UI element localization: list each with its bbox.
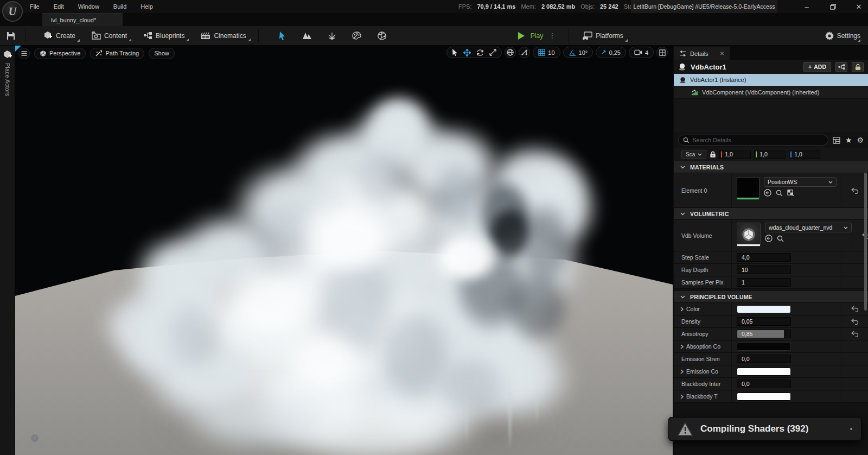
color-swatch[interactable] (737, 305, 791, 313)
search-details-input[interactable] (692, 137, 824, 143)
use-selected-asset-icon[interactable] (764, 189, 771, 197)
material-thumbnail[interactable] (737, 177, 760, 200)
scale-x-field[interactable]: 1,0 (719, 150, 751, 159)
play-icon[interactable] (517, 31, 525, 40)
component-row-actor[interactable]: VdbActor1 (Instance) (674, 74, 868, 86)
world-local-toggle[interactable] (505, 47, 516, 58)
step-scale-field[interactable]: 4,0 (737, 253, 791, 262)
add-component-button[interactable]: +ADD (803, 62, 831, 72)
blackbody-intensity-field[interactable]: 0,0 (737, 380, 791, 388)
density-field[interactable]: 0,05 (737, 317, 791, 326)
menu-file[interactable]: File (30, 3, 40, 10)
chevron-down-icon (680, 212, 685, 216)
show-button[interactable]: Show (149, 48, 175, 59)
close-button[interactable]: ✕ (855, 3, 863, 10)
perspective-button[interactable]: Perspective (34, 48, 86, 59)
surface-snapping-button[interactable] (519, 47, 530, 58)
mountains-icon (302, 32, 312, 40)
gizmo-group (446, 47, 502, 58)
move-tool-icon[interactable] (463, 49, 471, 56)
create-button[interactable]: Create (43, 31, 80, 40)
blackbody-temp-swatch[interactable] (737, 393, 791, 401)
foliage-mode-button[interactable] (325, 29, 339, 43)
convert-blueprint-button[interactable] (835, 62, 847, 72)
view-mode-button[interactable]: Path Tracing (90, 48, 144, 59)
fracture-mode-button[interactable] (375, 29, 389, 43)
globe-icon (507, 49, 514, 56)
play-options-kebab[interactable]: ⋮ (548, 34, 556, 37)
save-button[interactable] (4, 29, 18, 43)
details-scrollbar[interactable] (864, 173, 867, 311)
emission-color-swatch[interactable] (737, 368, 791, 376)
blueprints-button[interactable]: Blueprints (143, 31, 189, 40)
use-selected-asset-icon[interactable] (765, 235, 773, 242)
cinematics-button[interactable]: Cinematics (201, 31, 250, 40)
emission-strength-field[interactable]: 0,0 (737, 355, 791, 363)
scale-lock-icon[interactable] (710, 151, 716, 158)
details-tab[interactable]: Details ✕ (674, 47, 730, 60)
rotation-snap-button[interactable]: 10° (563, 47, 593, 58)
samples-per-pixel-field[interactable]: 1 (737, 278, 791, 287)
viewport-layout-button[interactable] (656, 47, 668, 58)
unreal-logo-icon[interactable]: U (2, 1, 23, 22)
details-tab-close-icon[interactable]: ✕ (720, 50, 724, 56)
material-asset-dropdown[interactable]: PositionWS (764, 177, 837, 187)
menu-help[interactable]: Help (141, 3, 153, 10)
lock-button[interactable] (852, 62, 864, 72)
revert-icon[interactable] (851, 187, 859, 194)
vdb-thumbnail[interactable] (737, 223, 761, 247)
select-tool-icon[interactable] (452, 49, 458, 56)
landscape-mode-button[interactable] (300, 29, 314, 43)
component-row-vdbcomponent[interactable]: VdbComponent (VdbComponent) (Inherited) (674, 86, 868, 99)
chevron-right-icon[interactable] (680, 369, 684, 374)
paint-mode-button[interactable] (350, 29, 364, 43)
absorption-color-swatch[interactable] (737, 343, 791, 351)
revert-icon[interactable] (851, 318, 859, 325)
play-label[interactable]: Play (531, 32, 543, 40)
select-mode-button[interactable] (275, 29, 289, 43)
settings-button[interactable]: Settings (825, 31, 860, 40)
scale-y-field[interactable]: 1,0 (754, 150, 786, 159)
place-actors-label[interactable]: Place Actors (4, 63, 11, 96)
revert-icon[interactable] (851, 306, 859, 312)
viewport[interactable]: Perspective Path Tracing Show (15, 46, 673, 455)
menu-window[interactable]: Window (78, 3, 99, 10)
ray-depth-field[interactable]: 10 (737, 266, 791, 274)
anisotropy-slider[interactable]: 0,85 (737, 330, 791, 338)
camera-speed-button[interactable]: 4 (629, 47, 654, 58)
menu-edit[interactable]: Edit (54, 3, 64, 10)
chevron-right-icon[interactable] (680, 307, 684, 312)
vdb-asset-dropdown[interactable]: wdas_cloud_quarter_nvd (765, 223, 852, 232)
blueprint-convert-icon (838, 64, 845, 70)
scale-tool-icon[interactable] (489, 49, 496, 56)
objs-label: Objs: (580, 3, 595, 10)
platforms-button[interactable]: Platforms (582, 31, 628, 40)
material-checker-icon[interactable] (787, 189, 795, 197)
place-actors-icon[interactable] (3, 50, 12, 60)
rotate-tool-icon[interactable] (476, 49, 484, 56)
scale-z-field[interactable]: 1,0 (789, 150, 820, 159)
level-tab[interactable]: lvl_bunny_cloud* (42, 13, 123, 26)
minimize-button[interactable]: – (803, 3, 810, 10)
restore-button[interactable] (829, 3, 837, 10)
chevron-right-icon[interactable] (680, 394, 684, 399)
favorites-star-icon[interactable]: ★ (845, 136, 852, 144)
chevron-right-icon[interactable] (680, 344, 684, 349)
revert-icon[interactable] (851, 331, 859, 337)
viewport-help-badge[interactable]: ? (31, 434, 39, 442)
scale-snap-button[interactable]: ↗ 0,25 (596, 47, 626, 58)
principled-volume-section-header[interactable]: PRINCIPLED VOLUME (674, 291, 868, 303)
display-filter-icon[interactable] (833, 137, 840, 144)
materials-section-header[interactable]: MATERIALS (674, 161, 868, 173)
content-button[interactable]: Content (92, 31, 131, 40)
browse-to-asset-icon[interactable] (776, 189, 783, 197)
scale-dropdown[interactable]: Sca (681, 150, 706, 159)
volumetric-section-header[interactable]: VOLUMETRIC (674, 208, 868, 220)
search-details-box[interactable] (678, 135, 828, 146)
browse-to-asset-icon[interactable] (777, 235, 784, 242)
viewport-options-button[interactable] (18, 48, 30, 59)
details-settings-gear-icon[interactable]: ⚙ (857, 136, 864, 144)
menu-build[interactable]: Build (113, 3, 126, 10)
grid-snap-button[interactable]: 10 (533, 47, 560, 58)
compiling-shaders-notification[interactable]: Compiling Shaders (392) (668, 417, 861, 441)
